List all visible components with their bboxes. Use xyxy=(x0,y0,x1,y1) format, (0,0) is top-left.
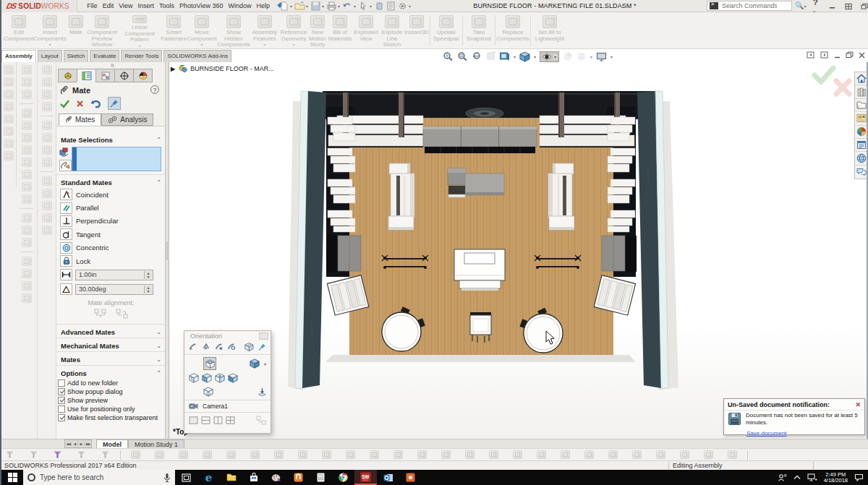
command-tab-layout[interactable]: Layout xyxy=(38,50,62,62)
scroll-prev-icon[interactable]: ◀ xyxy=(72,442,78,446)
pm-help-icon[interactable]: ? xyxy=(150,85,159,94)
lock-mate-icon[interactable] xyxy=(60,255,72,267)
command-tab-assembly[interactable]: Assembly xyxy=(1,50,36,62)
filter-connection-points-icon[interactable] xyxy=(656,450,665,459)
scroll-next-icon[interactable]: ▶ xyxy=(78,442,85,446)
new-file-icon[interactable] xyxy=(278,1,289,11)
link-views-icon[interactable] xyxy=(256,416,266,425)
panel-grip[interactable] xyxy=(111,64,114,67)
command-tab-sketch[interactable]: Sketch xyxy=(64,50,88,62)
minimize-window-icon[interactable] xyxy=(829,3,835,9)
filter-sketch-segments-icon[interactable] xyxy=(322,450,331,459)
multiple-mate-icon[interactable] xyxy=(59,147,70,158)
select-filter-icon[interactable] xyxy=(101,450,110,459)
thread-icon[interactable] xyxy=(22,238,32,247)
filter-mates-icon[interactable] xyxy=(704,450,713,459)
filter-vertices-icon[interactable] xyxy=(131,450,140,459)
view-orientation-dropdown[interactable]: ▾ xyxy=(514,54,516,59)
angle-mate-icon[interactable] xyxy=(60,283,72,295)
people-icon[interactable]: R xyxy=(778,473,787,481)
new-view-icon[interactable] xyxy=(227,342,236,351)
filter-edges-icon[interactable] xyxy=(155,450,164,459)
network-display-icon[interactable] xyxy=(807,473,817,481)
ribbon-button-assembly-features[interactable]: Assembly Features▾ xyxy=(250,12,279,48)
image-icon[interactable] xyxy=(4,77,14,87)
action-center-icon[interactable] xyxy=(854,473,864,481)
filter-surface-finish-icon[interactable] xyxy=(608,450,618,459)
capture-icon[interactable] xyxy=(4,65,14,74)
prev-document-icon[interactable] xyxy=(807,51,815,59)
filter-midpoints-icon[interactable] xyxy=(370,450,379,459)
hide-show-items-button[interactable]: ▾ xyxy=(540,51,559,62)
concentric-mate-icon[interactable] xyxy=(60,242,72,254)
outlook-icon[interactable] xyxy=(377,470,399,485)
scroll-last-icon[interactable]: ▶▶ xyxy=(85,442,91,446)
section-advanced-mates[interactable]: Advanced Mates⌄ xyxy=(56,324,166,338)
smart-mates-icon[interactable] xyxy=(59,160,72,171)
draft-icon[interactable] xyxy=(22,145,32,155)
minimize-document-icon[interactable] xyxy=(834,52,841,59)
menu-window[interactable]: Window xyxy=(226,1,254,11)
checkbox-show-preview[interactable] xyxy=(58,397,65,404)
isolate-icon[interactable] xyxy=(42,121,52,130)
wrap-icon[interactable] xyxy=(22,170,32,179)
mate-label[interactable]: Tangent xyxy=(76,231,101,239)
filter-axes-icon[interactable] xyxy=(250,450,260,459)
virtual-icon[interactable] xyxy=(42,158,52,167)
menu-tools[interactable]: Tools xyxy=(157,1,177,11)
clear-filters-icon[interactable] xyxy=(29,450,38,459)
view-orientation-icon[interactable] xyxy=(499,51,510,61)
ribbon-button-explode-line-sketch[interactable]: Explode Line Sketch xyxy=(379,12,405,48)
orientation-title-bar[interactable]: Orientation xyxy=(184,331,271,340)
start-button[interactable] xyxy=(1,470,23,485)
restore-document-icon[interactable] xyxy=(846,51,854,59)
section-mechanical-mates[interactable]: Mechanical Mates⌄ xyxy=(56,338,166,351)
keep-visible-pin[interactable] xyxy=(108,97,121,110)
fix-icon[interactable] xyxy=(42,213,52,223)
annotate-icon[interactable] xyxy=(4,139,14,148)
filter-weld-icon[interactable] xyxy=(584,450,594,459)
save-document-link[interactable]: Save document xyxy=(746,430,787,437)
zoom-fit-icon[interactable] xyxy=(443,51,454,61)
search-commands-input[interactable] xyxy=(720,1,778,10)
new-window-icon[interactable] xyxy=(845,3,852,10)
graphics-viewport[interactable]: ▶ BURNSIDE FLOOR - MAR... *Top Orien xyxy=(169,62,868,439)
close-document-icon[interactable] xyxy=(859,52,865,59)
ribbon-button-show-hidden-components[interactable]: Show Hidden Components xyxy=(217,12,250,48)
mate-label[interactable]: Coincident xyxy=(76,191,109,199)
hide-component-icon[interactable] xyxy=(42,90,52,99)
menu-edit[interactable]: Edit xyxy=(100,1,116,11)
filter-dimensions-icon[interactable] xyxy=(441,450,451,459)
section-mate-selections[interactable]: Mate Selections⌃ xyxy=(56,132,166,145)
paste-component-icon[interactable] xyxy=(42,77,52,87)
paint3d-icon[interactable] xyxy=(265,470,287,485)
show-viewcube-icon[interactable] xyxy=(244,342,254,352)
ribbon-button-instant3d[interactable]: Instant3D xyxy=(405,12,428,48)
section-options[interactable]: Options⌃ xyxy=(56,365,166,379)
mate-label[interactable]: Lock xyxy=(76,257,90,265)
print-dropdown[interactable]: ▾ xyxy=(338,4,340,9)
rotate-tool-icon[interactable] xyxy=(4,126,14,136)
ribbon-button-move-component[interactable]: Move Component▾ xyxy=(187,12,217,48)
filter-gtol-icon[interactable] xyxy=(537,450,546,459)
file-properties-icon[interactable] xyxy=(386,1,396,11)
apply-scene-icon[interactable] xyxy=(576,51,587,61)
open-dropdown[interactable]: ▾ xyxy=(306,4,308,9)
ribbon-button-take-snapshot[interactable]: Take Snapshot xyxy=(464,12,493,48)
orientation-close-button[interactable] xyxy=(259,332,268,340)
select-dropdown[interactable]: ▾ xyxy=(370,4,372,9)
filter-active-icon[interactable] xyxy=(53,450,62,459)
isometric-dropdown-icon[interactable]: ▾ xyxy=(264,361,266,366)
section-view-icon[interactable] xyxy=(486,51,495,61)
coincident-mate-icon[interactable] xyxy=(60,189,72,200)
mate-label[interactable]: Concentric xyxy=(76,244,109,252)
distance-spinner[interactable]: ▲▼ xyxy=(144,271,152,280)
new-dropdown[interactable]: ▾ xyxy=(290,4,292,9)
search-magnifier-icon[interactable]: 🔍▾ xyxy=(795,1,807,9)
mate-label[interactable]: Perpendicular xyxy=(76,217,119,225)
ribbon-button-exploded-view[interactable]: Exploded View xyxy=(353,12,379,48)
menu-help[interactable]: Help xyxy=(254,1,273,11)
display-style-dropdown[interactable]: ▾ xyxy=(534,54,536,59)
filter-sketch-points-icon[interactable] xyxy=(346,450,355,459)
command-tab-evaluate[interactable]: Evaluate xyxy=(90,50,119,62)
